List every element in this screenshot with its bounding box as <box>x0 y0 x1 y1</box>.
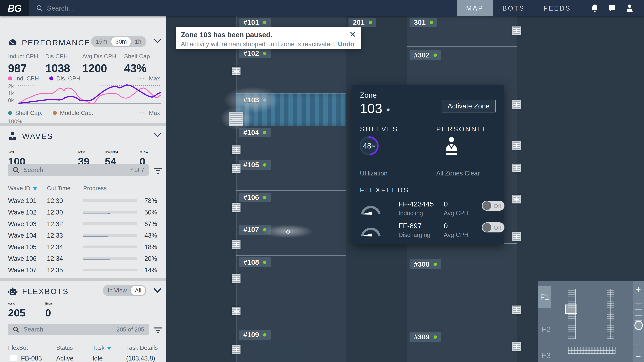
user-icon[interactable] <box>621 4 638 12</box>
zoom-in-button[interactable]: + <box>632 285 644 294</box>
plus-mark <box>236 166 237 171</box>
wave-row[interactable]: Wave 10412:3343% <box>0 230 166 241</box>
flexfeed-station-icon[interactable] <box>232 274 240 283</box>
zoom-out-button[interactable]: − <box>632 352 644 361</box>
wave-progress-bar <box>83 246 137 248</box>
legend-label: Shelf Cap. <box>15 110 42 116</box>
metric-induct-cph: Induct CPH987 <box>8 53 45 75</box>
flexfeed-station-icon[interactable] <box>232 203 240 212</box>
zone-chip-301[interactable]: 301 <box>410 17 438 27</box>
zone-chip-106[interactable]: #106 <box>239 193 271 202</box>
flexfeed-station-icon[interactable] <box>232 240 240 249</box>
flexfeed-station-icon[interactable] <box>512 343 521 351</box>
wave-row[interactable]: Wave 10712:3514% <box>0 264 166 276</box>
wave-row[interactable]: Wave 10312:3267% <box>0 218 166 230</box>
axis-tick: 0k <box>8 97 18 104</box>
minimap-floor-f3[interactable]: F3 <box>542 351 551 360</box>
flexbots-filter-icon[interactable] <box>154 327 162 334</box>
zone-chip-302[interactable]: #302 <box>410 50 441 60</box>
row-checkbox[interactable] <box>10 355 17 362</box>
flexbots-search: 205 of 205 <box>8 324 148 335</box>
column-header-status[interactable]: Status <box>56 345 73 351</box>
minimap-panel[interactable]: F1F2F3 <box>538 281 632 362</box>
toast-close-icon[interactable]: ✕ <box>349 30 356 38</box>
plus-mark <box>516 165 517 171</box>
zone-chip-109[interactable]: #109 <box>239 330 271 340</box>
plus-mark <box>516 307 517 313</box>
toggle-knob <box>482 223 491 232</box>
flexfeed-station-icon[interactable] <box>232 307 240 316</box>
nav-tab-feeds[interactable]: FEEDS <box>534 0 580 16</box>
global-search-input[interactable] <box>46 4 151 12</box>
zone-chip-108[interactable]: #108 <box>239 257 271 267</box>
column-header-cut-time[interactable]: Cut Time <box>47 185 70 192</box>
view-all[interactable]: All <box>131 286 146 295</box>
flexfeed-toggle[interactable]: Off <box>482 201 504 211</box>
view-in-view[interactable]: In View <box>104 286 131 295</box>
flexfeed-station-icon[interactable] <box>232 67 240 75</box>
bell-icon[interactable] <box>586 4 604 12</box>
chat-icon[interactable] <box>604 4 621 12</box>
flexfeed-station-icon[interactable] <box>229 112 243 126</box>
wave-row[interactable]: Wave 10512:3418% <box>0 241 166 253</box>
range-1h[interactable]: 1h <box>131 37 146 46</box>
zone-chip-103[interactable]: #103 <box>239 95 271 105</box>
flexfeed-station-icon[interactable] <box>512 195 521 203</box>
flexbot-row[interactable]: FB-083ActiveIdle(103,43,8) <box>0 353 166 362</box>
flexfeed-station-icon[interactable] <box>232 145 240 154</box>
toast-body-text: All activity will remain stopped until z… <box>181 40 336 48</box>
flexbots-search-input[interactable] <box>23 326 116 333</box>
activate-zone-button[interactable]: Activate Zone <box>442 100 496 112</box>
wave-progress-pct: 18% <box>142 244 157 251</box>
column-header-task-details[interactable]: Task Details <box>126 345 158 351</box>
wave-progress-bar <box>83 199 137 202</box>
column-header-wave-id[interactable]: Wave ID <box>8 185 38 192</box>
minimap-viewport[interactable] <box>565 305 577 314</box>
wave-row[interactable]: Wave 10112:3078% <box>0 195 166 206</box>
selected-bot-marker[interactable] <box>286 230 290 234</box>
progress-inflight <box>83 248 116 248</box>
nav-tab-bots[interactable]: BOTS <box>493 0 534 16</box>
flexfeed-toggle[interactable]: Off <box>482 222 504 232</box>
nav-tab-map[interactable]: MAP <box>457 0 493 16</box>
column-header-flexbot[interactable]: FlexBot <box>8 345 28 351</box>
range-15m[interactable]: 15m <box>92 37 111 46</box>
column-header-task[interactable]: Task <box>92 345 112 351</box>
minimap-rack <box>606 289 614 339</box>
undo-link[interactable]: Undo <box>338 40 354 48</box>
flexbots-panel: FLEXBOTS In ViewAll Active205Errors0 205… <box>0 281 166 362</box>
zoom-slider-knob[interactable] <box>634 321 643 330</box>
range-30m[interactable]: 30m <box>111 37 131 46</box>
performance-collapse-chevron[interactable] <box>154 38 161 44</box>
flexbots-collapse-chevron[interactable] <box>154 288 161 294</box>
waves-search-input[interactable] <box>23 166 130 174</box>
flexfeed-station-icon[interactable] <box>512 306 521 314</box>
waves-collapse-chevron[interactable] <box>154 133 161 138</box>
minimap-floor-f1[interactable]: F1 <box>538 286 551 308</box>
flexfeed-station-icon[interactable] <box>512 26 521 35</box>
wave-row[interactable]: Wave 10212:3050% <box>0 206 166 218</box>
minimap-floor-f2[interactable]: F2 <box>542 325 551 334</box>
flexfeed-station-icon[interactable] <box>512 100 521 109</box>
flexfeed-station-icon[interactable] <box>232 345 240 354</box>
zone-status-dot <box>368 21 372 24</box>
zone-chip-101[interactable]: #101 <box>239 17 271 27</box>
zone-chip-309[interactable]: #309 <box>410 332 441 342</box>
warehouse-map[interactable]: Zone 103 has been paused. All activity w… <box>166 16 644 362</box>
zone-chip-105[interactable]: #105 <box>239 160 271 170</box>
zone-chip-104[interactable]: #104 <box>239 128 271 137</box>
zone-chip-308[interactable]: #308 <box>410 259 441 269</box>
zone-status-dot <box>263 261 266 264</box>
flexfeed-station-icon[interactable] <box>512 164 521 172</box>
zone-label: #102 <box>243 49 259 57</box>
flexfeed-station-icon[interactable] <box>512 232 521 241</box>
zone-chip-107[interactable]: #107 <box>239 225 271 235</box>
waves-filter-icon[interactable] <box>154 167 162 175</box>
flexfeed-station-icon[interactable] <box>232 164 240 173</box>
zone-chip-201[interactable]: 201 <box>348 17 376 27</box>
wave-row[interactable]: Wave 10612:3420% <box>0 253 166 264</box>
zone-chip-102[interactable]: #102 <box>239 48 271 58</box>
column-header-progress[interactable]: Progress <box>83 185 107 192</box>
logo[interactable]: BG <box>0 0 29 16</box>
flexfeed-station-icon[interactable] <box>512 141 521 150</box>
